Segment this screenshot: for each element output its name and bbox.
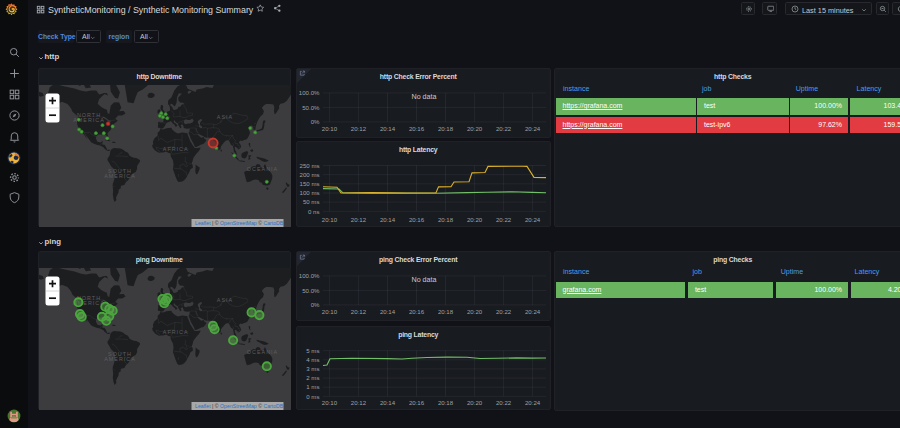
svg-text:5 ms: 5 ms xyxy=(306,347,319,354)
svg-text:20:16: 20:16 xyxy=(409,124,425,131)
svg-text:20:20: 20:20 xyxy=(467,216,483,223)
svg-text:20:18: 20:18 xyxy=(438,308,454,315)
svg-text:150 ms: 150 ms xyxy=(300,180,320,187)
svg-text:20:24: 20:24 xyxy=(525,216,541,223)
svg-text:0%: 0% xyxy=(311,118,320,125)
svg-text:20:16: 20:16 xyxy=(409,216,425,223)
svg-text:ASIA: ASIA xyxy=(217,113,233,119)
svg-text:20:20: 20:20 xyxy=(467,124,483,131)
svg-text:4 ms: 4 ms xyxy=(306,356,319,363)
svg-text:0%: 0% xyxy=(311,301,320,308)
svg-text:100 ms: 100 ms xyxy=(300,189,320,196)
svg-text:20:24: 20:24 xyxy=(525,124,541,131)
svg-text:20:24: 20:24 xyxy=(525,308,541,315)
svg-text:AFRICA: AFRICA xyxy=(163,329,189,335)
svg-text:OCEANIA: OCEANIA xyxy=(247,349,278,355)
svg-text:ASIA: ASIA xyxy=(217,297,233,303)
svg-text:2 ms: 2 ms xyxy=(306,374,319,381)
svg-text:100.0%: 100.0% xyxy=(299,89,320,96)
svg-text:AMERICA: AMERICA xyxy=(104,173,136,179)
svg-text:20:10: 20:10 xyxy=(322,308,338,315)
svg-text:1 ms: 1 ms xyxy=(306,383,319,390)
svg-text:20:18: 20:18 xyxy=(438,124,454,131)
svg-text:Leaflet | © OpenStreetMap © Ca: Leaflet | © OpenStreetMap © CartoDB xyxy=(195,220,284,226)
svg-text:20:10: 20:10 xyxy=(322,124,338,131)
svg-text:20:22: 20:22 xyxy=(496,308,512,315)
svg-text:3 ms: 3 ms xyxy=(306,365,319,372)
svg-text:20:14: 20:14 xyxy=(380,399,396,406)
svg-text:20:22: 20:22 xyxy=(496,399,512,406)
svg-text:20:12: 20:12 xyxy=(351,399,367,406)
svg-text:20:14: 20:14 xyxy=(380,216,396,223)
svg-text:0 ms: 0 ms xyxy=(306,393,319,400)
svg-text:20:22: 20:22 xyxy=(496,124,512,131)
svg-text:AFRICA: AFRICA xyxy=(163,146,189,152)
svg-text:200 ms: 200 ms xyxy=(300,171,320,178)
svg-text:250 ms: 250 ms xyxy=(300,162,320,169)
svg-text:50.0%: 50.0% xyxy=(302,287,320,294)
svg-text:20:12: 20:12 xyxy=(351,216,367,223)
svg-text:20:14: 20:14 xyxy=(380,124,396,131)
svg-text:No data: No data xyxy=(412,276,437,284)
svg-text:100.0%: 100.0% xyxy=(299,272,320,279)
svg-text:50 ms: 50 ms xyxy=(303,198,320,205)
svg-text:20:12: 20:12 xyxy=(351,124,367,131)
svg-text:0 ns: 0 ns xyxy=(308,208,320,215)
svg-text:OCEANIA: OCEANIA xyxy=(247,166,278,172)
svg-text:20:16: 20:16 xyxy=(409,399,425,406)
svg-text:Leaflet | © OpenStreetMap © Ca: Leaflet | © OpenStreetMap © CartoDB xyxy=(195,403,284,409)
svg-text:20:20: 20:20 xyxy=(467,399,483,406)
svg-text:20:18: 20:18 xyxy=(438,399,454,406)
svg-text:20:14: 20:14 xyxy=(380,308,396,315)
svg-text:20:12: 20:12 xyxy=(351,308,367,315)
svg-text:50.0%: 50.0% xyxy=(302,103,320,110)
svg-text:No data: No data xyxy=(412,92,437,100)
svg-text:20:22: 20:22 xyxy=(496,216,512,223)
svg-text:20:16: 20:16 xyxy=(409,308,425,315)
svg-text:AMERICA: AMERICA xyxy=(104,356,136,362)
svg-text:20:10: 20:10 xyxy=(322,399,338,406)
svg-text:20:20: 20:20 xyxy=(467,308,483,315)
svg-text:20:18: 20:18 xyxy=(438,216,454,223)
svg-text:20:10: 20:10 xyxy=(322,216,338,223)
svg-text:20:24: 20:24 xyxy=(525,399,541,406)
